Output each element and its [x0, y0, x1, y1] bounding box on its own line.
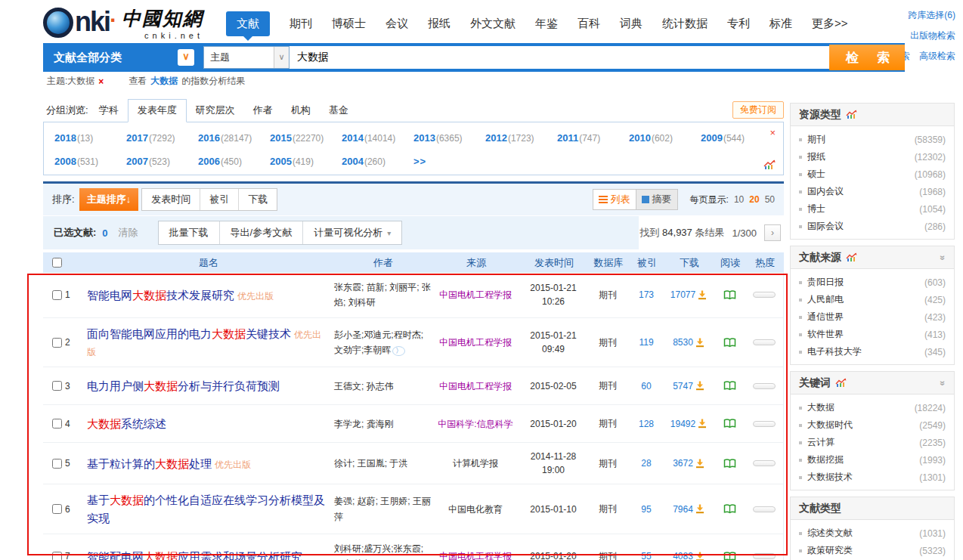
group-browse-tab[interactable]: 学科 — [90, 100, 128, 122]
year-filter-item[interactable]: 2013(6365) — [413, 132, 485, 144]
filter-item[interactable]: 博士 (1054) — [799, 200, 946, 218]
filter-item[interactable]: 通信世界 (423) — [799, 308, 946, 326]
filter-item[interactable]: 大数据 (18224) — [799, 399, 946, 416]
more-authors-icon[interactable]: 〉 — [392, 346, 405, 356]
source-header[interactable]: 文献来源 » — [791, 246, 954, 269]
group-browse-tab[interactable]: 发表年度 — [128, 99, 187, 122]
authors[interactable]: 徐计; 王国胤; 于洪 — [334, 456, 407, 471]
top-nav-item[interactable]: 百科 — [577, 17, 600, 31]
top-nav-item[interactable]: 标准 — [769, 17, 792, 31]
filter-item[interactable]: 硕士 (10968) — [799, 166, 946, 183]
cited-count-link[interactable]: 128 — [639, 419, 654, 429]
filter-item[interactable]: 贵阳日报 (603) — [799, 274, 946, 291]
chevron-down-icon[interactable]: » — [938, 255, 949, 260]
source-link[interactable]: 中国电机工程学报 — [439, 288, 512, 302]
filter-item[interactable]: 云计算 (2235) — [799, 434, 946, 451]
top-nav-item[interactable]: 报纸 — [428, 17, 451, 31]
download-count-link[interactable]: 19492 — [670, 419, 695, 429]
source-link[interactable]: 中国电化教育 — [448, 503, 503, 516]
col-hot[interactable]: 热度 — [746, 256, 784, 270]
download-icon[interactable] — [698, 419, 707, 429]
filter-item[interactable]: 报纸 (12302) — [799, 148, 946, 166]
year-filter-item[interactable]: 2004(260) — [342, 156, 413, 167]
col-date[interactable]: 发表时间 — [521, 255, 587, 271]
year-filter-item[interactable]: 2017(7292) — [126, 132, 198, 144]
cited-count-link[interactable]: 119 — [639, 337, 653, 348]
top-nav-item[interactable]: 外文文献 — [470, 17, 516, 31]
col-database[interactable]: 数据库 — [587, 256, 630, 270]
source-link[interactable]: 中国电机工程学报 — [439, 379, 512, 393]
top-nav-item[interactable]: 更多>> — [812, 17, 848, 31]
filter-item[interactable]: 人民邮电 (425) — [799, 291, 946, 308]
top-nav-item[interactable]: 会议 — [386, 17, 408, 31]
clear-selection-button[interactable]: 清除 — [119, 226, 138, 240]
authors[interactable]: 姜强; 赵蔚; 王朋娇; 王丽萍 — [334, 493, 431, 524]
year-filter-item[interactable]: 2018(13) — [54, 132, 126, 144]
top-nav-item[interactable]: 文献 — [226, 11, 270, 36]
group-browse-tab[interactable]: 基金 — [320, 100, 358, 122]
index-analysis-term-link[interactable]: 大数据 — [150, 75, 178, 88]
group-browse-tab[interactable]: 作者 — [244, 100, 282, 122]
category-caret-icon[interactable]: ∨ — [178, 49, 194, 66]
top-nav-item[interactable]: 专利 — [727, 17, 750, 31]
paper-title-link[interactable]: 面向智能电网应用的电力大数据关键技术优先出版 — [87, 325, 330, 360]
source-link[interactable]: 中国电机工程学报 — [439, 336, 512, 349]
authors[interactable]: 彭小圣;邓迪元;程时杰; 文劲宇;李朝晖〉 — [334, 327, 431, 358]
read-book-icon[interactable] — [723, 338, 736, 348]
search-button[interactable]: 检 索 — [829, 45, 905, 70]
sort-by-download-button[interactable]: 下载 — [238, 189, 277, 210]
cross-db-select-link[interactable]: 跨库选择(6) — [908, 9, 955, 22]
authors[interactable]: 张东霞; 苗新; 刘丽平; 张焰; 刘科研 — [334, 280, 431, 311]
top-nav-item[interactable]: 统计数据 — [662, 17, 708, 31]
year-filter-item[interactable]: 2006(450) — [198, 156, 270, 167]
download-icon[interactable] — [695, 381, 704, 391]
chart-icon[interactable] — [846, 110, 857, 119]
free-subscribe-button[interactable]: 免费订阅 — [732, 101, 784, 119]
col-cited[interactable]: 被引 — [630, 256, 664, 270]
abstract-view-button[interactable]: 摘要 — [636, 190, 677, 209]
per-page-10[interactable]: 10 — [734, 194, 744, 205]
col-source[interactable]: 来源 — [432, 256, 521, 270]
year-filter-item[interactable]: 2011(747) — [557, 132, 629, 144]
row-checkbox[interactable] — [52, 459, 62, 469]
search-field-select[interactable]: 主题 ∨ — [203, 46, 290, 69]
download-icon[interactable] — [698, 290, 707, 300]
read-book-icon[interactable] — [723, 552, 736, 560]
download-count-link[interactable]: 3672 — [673, 458, 693, 469]
authors[interactable]: 李学龙; 龚海刚 — [334, 416, 394, 432]
source-link[interactable]: 中国电机工程学报 — [439, 549, 512, 560]
close-year-panel-icon[interactable]: × — [769, 127, 776, 138]
select-all-checkbox[interactable] — [52, 258, 62, 268]
authors[interactable]: 刘科研;盛万兴;张东霞; 贾东梨;胡丽娟〉 — [334, 541, 431, 560]
paper-title-link[interactable]: 电力用户侧大数据分析与并行负荷预测 — [87, 377, 280, 394]
filter-item[interactable]: 国内会议 (1968) — [799, 183, 946, 200]
cited-count-link[interactable]: 95 — [641, 504, 651, 515]
year-filter-item[interactable]: 2016(28147) — [198, 132, 270, 144]
chart-icon[interactable] — [835, 378, 847, 388]
advanced-search-link[interactable]: 高级检索 — [919, 50, 955, 63]
cited-count-link[interactable]: 173 — [639, 289, 654, 300]
group-browse-tab[interactable]: 机构 — [282, 100, 320, 122]
filter-item[interactable]: 数据挖掘 (1993) — [799, 451, 946, 469]
group-browse-tab[interactable]: 研究层次 — [187, 100, 244, 122]
download-icon[interactable] — [695, 552, 704, 560]
read-book-icon[interactable] — [723, 290, 736, 300]
row-checkbox[interactable] — [52, 419, 62, 429]
category-selector[interactable]: 文献全部分类 — [43, 51, 178, 65]
col-authors[interactable]: 作者 — [335, 256, 432, 270]
year-filter-item[interactable]: 2010(602) — [629, 132, 701, 144]
read-book-icon[interactable] — [723, 381, 736, 391]
filter-item[interactable]: 国际会议 (286) — [799, 218, 946, 235]
year-filter-item[interactable]: 2005(419) — [270, 156, 342, 167]
paper-title-link[interactable]: 智能配电网大数据应用需求和场景分析研究 — [87, 548, 302, 560]
year-filter-item[interactable]: 2012(1723) — [485, 132, 557, 144]
cited-count-link[interactable]: 28 — [641, 458, 651, 469]
top-nav-item[interactable]: 年鉴 — [535, 17, 558, 31]
download-icon[interactable] — [695, 459, 704, 469]
col-download[interactable]: 下载 — [664, 256, 714, 270]
row-checkbox[interactable] — [52, 338, 62, 348]
top-nav-item[interactable]: 博硕士 — [332, 17, 366, 31]
paper-title-link[interactable]: 大数据系统综述 — [87, 415, 166, 432]
read-book-icon[interactable] — [723, 459, 736, 469]
filter-item[interactable]: 电子科技大学 (345) — [799, 343, 946, 360]
